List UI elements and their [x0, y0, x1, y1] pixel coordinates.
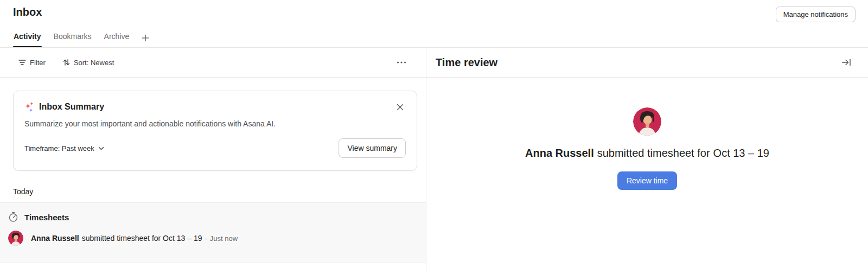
time-review-panel: Time review Anna Russell submitt — [426, 48, 868, 273]
avatar — [633, 107, 661, 136]
ai-sparkle-icon — [24, 101, 35, 112]
manage-notifications-button[interactable]: Manage notifications — [776, 7, 856, 22]
review-time-button[interactable]: Review time — [617, 171, 677, 190]
notification-text: Anna Russell submitted timesheet for Oct… — [31, 234, 238, 243]
sort-arrows-icon — [63, 59, 70, 66]
more-options-button[interactable] — [394, 59, 409, 66]
date-group-label: Today — [13, 187, 426, 196]
filter-icon — [18, 59, 26, 66]
tab-bookmarks[interactable]: Bookmarks — [53, 32, 92, 47]
feed-toolbar: Filter Sort: Newest — [0, 48, 426, 78]
time-review-header: Time review — [426, 48, 868, 78]
sort-button[interactable]: Sort: Newest — [63, 59, 114, 67]
headline-date-range: Oct 13 – 19 — [713, 147, 769, 160]
add-tab-button[interactable] — [141, 34, 150, 47]
timesheets-group-header[interactable]: Timesheets — [8, 212, 426, 222]
collapse-right-icon — [841, 57, 852, 68]
timesheet-notification-row[interactable]: Anna Russell submitted timesheet for Oct… — [8, 231, 426, 246]
time-review-body: Anna Russell submitted timesheet for Oct… — [426, 78, 868, 273]
close-icon — [396, 103, 404, 111]
inbox-header: Inbox Manage notifications Activity Book… — [0, 0, 868, 48]
page-title: Inbox — [13, 6, 42, 18]
timesheets-group-title: Timesheets — [24, 213, 69, 222]
notification-timestamp: Just now — [210, 234, 238, 243]
activity-feed-panel: Filter Sort: Newest — [0, 48, 426, 273]
inbox-summary-card: Inbox Summary Summarize your most import… — [13, 91, 417, 171]
notification-separator: · — [205, 234, 207, 243]
view-summary-button[interactable]: View summary — [339, 138, 406, 158]
close-summary-button[interactable] — [393, 100, 407, 114]
tab-archive[interactable]: Archive — [104, 32, 130, 47]
inbox-tabs: Activity Bookmarks Archive — [13, 32, 150, 47]
headline-actor: Anna Russell — [525, 147, 594, 160]
time-review-title: Time review — [436, 56, 497, 69]
time-review-headline: Anna Russell submitted timesheet for Oct… — [525, 147, 769, 160]
timesheets-group: Timesheets Anna Russell submitted timesh… — [0, 202, 426, 263]
notification-actor: Anna Russell — [31, 234, 79, 243]
chevron-down-icon — [98, 146, 104, 150]
filter-button[interactable]: Filter — [18, 59, 46, 67]
plus-icon — [141, 34, 150, 42]
tab-activity[interactable]: Activity — [13, 32, 42, 47]
timer-icon — [8, 212, 18, 222]
ellipsis-icon — [397, 61, 406, 64]
feed-content: Inbox Summary Summarize your most import… — [0, 78, 426, 273]
collapse-panel-button[interactable] — [839, 55, 854, 70]
asana-inbox-app: Inbox Manage notifications Activity Book… — [0, 0, 868, 274]
avatar — [8, 231, 23, 246]
timeframe-label: Timeframe: Past week — [24, 144, 94, 152]
filter-label: Filter — [30, 59, 46, 67]
summary-card-title: Inbox Summary — [39, 102, 104, 112]
sort-label: Sort: Newest — [74, 59, 114, 67]
timeframe-dropdown[interactable]: Timeframe: Past week — [24, 144, 104, 152]
headline-action: submitted timesheet for — [597, 147, 710, 160]
summary-card-description: Summarize your most important and action… — [24, 119, 406, 128]
notification-action: submitted timesheet for Oct 13 – 19 — [82, 234, 202, 243]
